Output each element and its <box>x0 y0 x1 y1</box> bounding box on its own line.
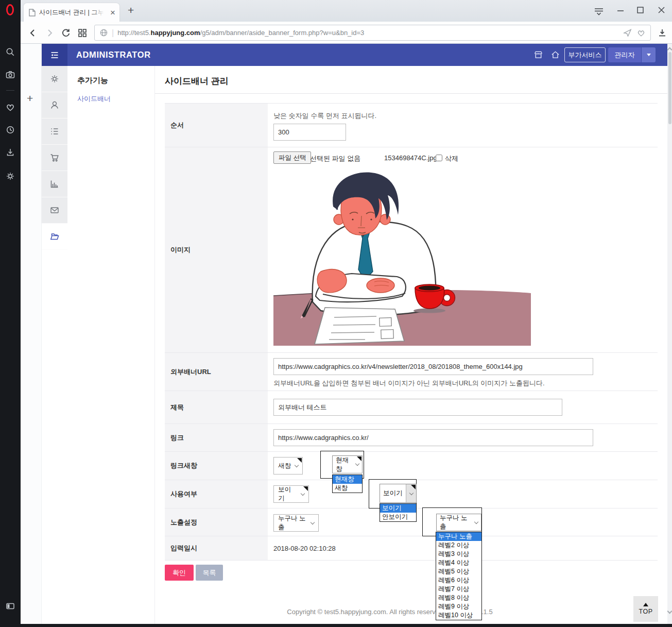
row-subject: 제목 <box>165 391 658 424</box>
download-tray-icon[interactable] <box>657 28 667 38</box>
subject-label: 제목 <box>165 391 268 423</box>
rail-divider <box>6 90 14 91</box>
downloads-icon[interactable] <box>5 147 15 158</box>
row-image: 이미지 파일 선택 선택된 파일 없음 1534698474C.jpg 삭제 <box>165 147 658 353</box>
select-option[interactable]: 새창 <box>333 484 362 493</box>
admin-dropdown-button[interactable] <box>642 47 656 62</box>
row-target: 링크새창 새창 <box>165 452 658 480</box>
link-label: 링크 <box>165 424 268 451</box>
window-close-icon[interactable] <box>658 7 665 16</box>
expose-select[interactable]: 누구나 노출 <box>273 514 319 532</box>
sidebar-item-members[interactable] <box>42 92 67 118</box>
select-option[interactable]: 레벨4 이상 <box>436 558 481 567</box>
scroll-down-icon[interactable] <box>667 609 672 614</box>
history-clock-icon[interactable] <box>5 125 15 135</box>
sidebar-item-stats[interactable] <box>42 171 67 197</box>
select-option[interactable]: 레벨9 이상 <box>436 602 481 611</box>
address-bar[interactable]: | http://test5.happyjung.com/g5/adm/bann… <box>94 25 651 41</box>
select-option[interactable]: 레벨8 이상 <box>436 594 481 602</box>
expose-label: 노출설정 <box>165 509 268 536</box>
sidebar-item-config[interactable] <box>42 66 67 92</box>
scroll-top-button[interactable]: TOP <box>633 596 658 622</box>
home-icon[interactable] <box>550 50 560 60</box>
opera-logo-icon[interactable] <box>6 4 14 15</box>
sidebar-item-shop[interactable] <box>42 145 67 171</box>
add-panel-button[interactable]: + <box>27 92 33 105</box>
select-option[interactable]: 레벨10 이상 <box>436 611 481 620</box>
target-popup-value: 현재창 <box>336 456 352 473</box>
browser-tab[interactable]: 사이드배너 관리 | 그누보 × <box>24 3 119 22</box>
select-option[interactable]: 현재창 <box>333 475 362 484</box>
select-option[interactable]: 레벨3 이상 <box>436 550 481 558</box>
order-hint: 낮은 숫자일 수록 먼저 표시됩니다. <box>273 111 376 121</box>
file-select-button[interactable]: 파일 선택 <box>273 151 311 164</box>
link-input[interactable] <box>273 429 593 446</box>
sidebar-item-plugins[interactable] <box>42 224 67 250</box>
delete-label: 삭제 <box>445 154 458 163</box>
use-select[interactable]: 보이기 <box>273 485 309 503</box>
submit-button[interactable]: 확인 <box>165 565 194 581</box>
title-divider <box>155 93 667 94</box>
main-content: 사이드배너 관리 순서 낮은 숫자일 수록 먼저 표시됩니다. 이미지 파일 선… <box>155 66 667 624</box>
page-scrollbar[interactable] <box>667 44 672 624</box>
admin-account-button[interactable]: 관리자 <box>608 47 641 62</box>
menu-fold-button[interactable] <box>42 44 67 66</box>
snapshot-camera-icon[interactable] <box>5 70 15 80</box>
scrollbar-thumb[interactable] <box>668 52 671 124</box>
target-popup-select[interactable]: 현재창 <box>332 455 363 473</box>
mail-icon <box>49 205 60 215</box>
share-send-icon[interactable] <box>623 28 632 38</box>
created-label: 입력일시 <box>165 536 268 560</box>
select-option[interactable]: 레벨6 이상 <box>436 576 481 585</box>
select-option[interactable]: 레벨2 이상 <box>436 541 481 550</box>
bookmark-heart-icon[interactable] <box>636 28 646 38</box>
image-label: 이미지 <box>165 147 268 352</box>
services-button[interactable]: 부가서비스 <box>564 47 606 62</box>
settings-gear-icon[interactable] <box>5 171 15 181</box>
admin-title: ADMINISTRATOR <box>76 50 151 60</box>
select-option[interactable]: 레벨7 이상 <box>436 585 481 594</box>
target-popup-options: 현재창새창 <box>332 475 363 493</box>
sidebar-item-mail[interactable] <box>42 197 67 224</box>
bookmarks-heart-icon[interactable] <box>5 102 15 112</box>
select-option[interactable]: 안보이기 <box>380 513 416 521</box>
outer-url-input[interactable] <box>273 358 593 375</box>
target-select[interactable]: 새창 <box>273 457 303 475</box>
list-button[interactable]: 목록 <box>196 565 223 581</box>
search-icon[interactable] <box>5 47 15 57</box>
select-option[interactable]: 보이기 <box>380 504 416 513</box>
window-minimize-icon[interactable] <box>617 10 624 19</box>
chevron-down-icon <box>301 491 305 495</box>
caret-down-icon <box>647 54 651 56</box>
browser-toolbar: | http://test5.happyjung.com/g5/adm/bann… <box>21 22 672 44</box>
order-input[interactable] <box>273 124 346 141</box>
subject-input[interactable] <box>273 399 562 416</box>
window-bottom-edge <box>21 624 672 627</box>
speed-dial-grid-icon[interactable] <box>77 28 88 38</box>
tab-title: 사이드배너 관리 | 그누보 <box>39 8 104 17</box>
delete-checkbox[interactable] <box>436 155 442 161</box>
file-name: 1534698474C.jpg <box>384 154 437 162</box>
expose-select-value: 누구나 노출 <box>278 514 307 532</box>
use-popup-value: 보이기 <box>383 489 403 498</box>
reload-icon[interactable] <box>61 28 71 38</box>
sidebar-setup-icon[interactable] <box>5 601 15 611</box>
outer-url-label: 외부배너URL <box>165 353 268 391</box>
tab-close-icon[interactable]: × <box>110 8 115 17</box>
sidebar-item-boards[interactable] <box>42 118 67 145</box>
browser-menu-icon[interactable] <box>593 7 605 16</box>
shop-icon[interactable] <box>533 50 543 60</box>
page-title: 사이드배너 관리 <box>165 75 229 87</box>
url-path: /g5/adm/banner/aside_banner_form.php?w=u… <box>200 29 365 37</box>
top-label: TOP <box>639 608 653 615</box>
forward-icon[interactable] <box>44 28 55 38</box>
submenu-link-sidebanner[interactable]: 사이드배너 <box>77 94 111 104</box>
back-icon[interactable] <box>28 28 38 38</box>
new-tab-button[interactable]: + <box>128 4 134 16</box>
window-maximize-icon[interactable] <box>637 7 644 16</box>
use-popup-select[interactable]: 보이기 <box>380 484 417 503</box>
expose-popup-select[interactable]: 누구나 노출 <box>436 514 481 531</box>
scroll-up-icon[interactable] <box>667 47 672 53</box>
select-option[interactable]: 누구나 노출 <box>436 532 481 541</box>
select-option[interactable]: 레벨5 이상 <box>436 567 481 576</box>
